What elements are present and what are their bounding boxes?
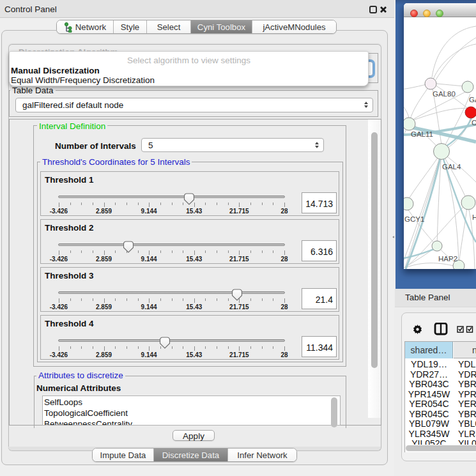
svg-text:GAL11: GAL11 xyxy=(411,130,433,138)
svg-text:GCY1: GCY1 xyxy=(404,215,424,223)
svg-text:GAL1: GAL1 xyxy=(469,96,476,104)
svg-text:H: H xyxy=(472,213,476,221)
svg-text:GAL4: GAL4 xyxy=(442,163,461,171)
svg-text:C: C xyxy=(472,119,476,127)
svg-text:GAL80: GAL80 xyxy=(433,90,456,98)
svg-text:HAP2: HAP2 xyxy=(438,255,457,263)
